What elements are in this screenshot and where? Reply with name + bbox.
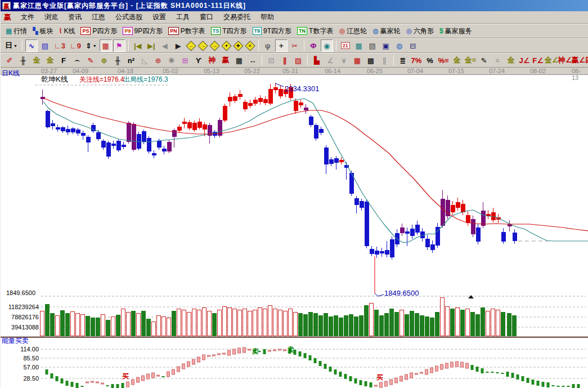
menu-item-9[interactable]: 帮助 bbox=[255, 11, 279, 23]
candle-style-combo[interactable]: ⇕▼ bbox=[84, 39, 98, 52]
nav-first-button[interactable]: |◀ bbox=[132, 39, 144, 52]
chart-area[interactable]: 03-2704-0904-1805-0205-1305-2205-3106-14… bbox=[1, 68, 588, 388]
f-grid-tool[interactable]: F bbox=[57, 54, 70, 66]
9t-square-button[interactable]: T99T四方形 bbox=[250, 25, 295, 37]
ying-angle-tool[interactable]: 赢∠ bbox=[572, 54, 585, 66]
dark-grid-tool[interactable]: ▩ bbox=[365, 54, 377, 66]
gold-angle-tool[interactable]: 金 bbox=[505, 54, 517, 66]
f-angle-tool[interactable]: F∠ bbox=[532, 54, 544, 66]
menu-item-2[interactable]: 资讯 bbox=[63, 11, 87, 23]
menu-item-1[interactable]: 浏览 bbox=[39, 11, 63, 23]
calendar-button[interactable]: 21 bbox=[339, 39, 352, 52]
9p-square-button[interactable]: P99P四方形 bbox=[120, 25, 165, 37]
gann-wheel-button[interactable]: ◎江恩轮 bbox=[336, 25, 369, 37]
menu-item-7[interactable]: 窗口 bbox=[195, 11, 218, 23]
gold-grid-tool[interactable]: 金 bbox=[30, 54, 43, 66]
menu-item-6[interactable]: 工具 bbox=[171, 11, 195, 23]
wave-tool[interactable]: ≈ bbox=[491, 54, 504, 66]
save-button[interactable]: ▣ bbox=[380, 39, 392, 52]
info-panel-button[interactable]: ▤ bbox=[39, 39, 51, 52]
ying-tool[interactable]: 赢 bbox=[219, 54, 232, 66]
notepad-button[interactable]: ▤ bbox=[366, 39, 379, 52]
zigzag-tool[interactable]: ∨ bbox=[338, 54, 350, 66]
sectors-button[interactable]: ▚板块 bbox=[30, 25, 56, 37]
percent-lines-tool[interactable]: %≡ bbox=[437, 54, 450, 66]
hexagon-button[interactable]: ◎六角形 bbox=[403, 25, 436, 37]
kuang-button[interactable]: ▦ bbox=[100, 39, 112, 52]
grid9-button[interactable]: ∟9 bbox=[68, 39, 83, 52]
menu-item-4[interactable]: 公式选股 bbox=[110, 11, 147, 23]
target-cross-tool[interactable]: ⊕ bbox=[152, 54, 164, 66]
box-tool[interactable]: ⊡ bbox=[265, 54, 277, 66]
diamond-all-button[interactable]: ✳ bbox=[245, 41, 255, 51]
corner-fan-tool[interactable]: ▙ bbox=[311, 54, 323, 66]
title-bar[interactable]: 赢 赢家江恩专业版[赢家内部服务平台] - [上证指数 SH1A0001-111… bbox=[1, 0, 588, 11]
red-grid-tool[interactable]: ▦ bbox=[351, 54, 363, 66]
main-pattern-button[interactable]: ∿ bbox=[25, 39, 38, 52]
bow-grid-tool[interactable]: ⌢ bbox=[71, 54, 83, 66]
span-arrow-tool[interactable]: ↔ bbox=[246, 54, 259, 66]
si-angle-tool[interactable]: 四∠ bbox=[586, 54, 588, 66]
gold-fan-tool[interactable]: 金∠ bbox=[545, 54, 558, 66]
candle-body bbox=[365, 202, 369, 246]
angle-line-tool[interactable]: ∠ bbox=[324, 54, 336, 66]
pen2-tool[interactable]: ✎ bbox=[84, 54, 97, 66]
flag-button[interactable]: ⚑ bbox=[113, 39, 125, 52]
n2-grid-tool[interactable]: n² bbox=[125, 54, 137, 66]
gold-circle-tool[interactable]: 金 bbox=[451, 54, 463, 66]
hand-tool-button[interactable]: ψ bbox=[262, 39, 274, 52]
percent7-tool[interactable]: 7% bbox=[410, 54, 423, 66]
nav-prev-button[interactable]: ◀ bbox=[159, 39, 171, 52]
menu-item-5[interactable]: 设置 bbox=[147, 11, 171, 23]
diamond-right-button[interactable]: → bbox=[198, 41, 208, 51]
diamond-cross-button[interactable]: ✚ bbox=[233, 41, 244, 51]
web-grid-tool[interactable]: ⊞ bbox=[179, 54, 191, 66]
winner-service-button[interactable]: $赢家服务 bbox=[437, 25, 475, 37]
pen-tool[interactable]: ✐ bbox=[3, 54, 16, 66]
period-day-combo[interactable]: 日▼ bbox=[3, 39, 19, 52]
purple-tool-button[interactable]: Ф bbox=[307, 39, 320, 52]
gann-circle-tool[interactable]: ⊕ bbox=[98, 54, 110, 66]
hatch-tool[interactable]: ╫ bbox=[17, 54, 29, 66]
nav-last-button[interactable]: ▶| bbox=[145, 39, 158, 52]
kline-button[interactable]: ⌇K线 bbox=[56, 25, 78, 37]
fan-lines-tool[interactable]: ∥ bbox=[279, 54, 291, 66]
parallel-tool[interactable]: ∥ bbox=[378, 54, 390, 66]
t-square-button[interactable]: TST四方形 bbox=[208, 25, 250, 37]
t-table-button[interactable]: TNT数字表 bbox=[294, 25, 336, 37]
shen-tool[interactable]: 神 bbox=[206, 54, 218, 66]
winner-wheel-button[interactable]: ◍赢家轮 bbox=[370, 25, 403, 37]
calculator-button[interactable]: ▦ bbox=[353, 39, 365, 52]
print-button[interactable]: ⊟ bbox=[407, 39, 419, 52]
candle-body bbox=[476, 228, 481, 242]
percent-tool[interactable]: % bbox=[424, 54, 436, 66]
menu-item-3[interactable]: 江恩 bbox=[87, 11, 110, 23]
diamond-left-button[interactable]: ← bbox=[186, 41, 196, 51]
p-table-button[interactable]: PNP数字表 bbox=[165, 25, 208, 37]
gold-grid2-tool[interactable]: 金 bbox=[44, 54, 56, 66]
angle-ruler-tool[interactable]: ◺ bbox=[138, 54, 151, 66]
nav-next-button[interactable]: ▶ bbox=[172, 39, 185, 52]
p-square-button[interactable]: PSP四方形 bbox=[78, 25, 120, 37]
diamond-horizontal-button[interactable]: ↔ bbox=[209, 41, 220, 51]
gold-lines-tool[interactable]: 金≡ bbox=[464, 54, 477, 66]
menu-item-8[interactable]: 交易委托 bbox=[218, 11, 255, 23]
crosshair-tool-button[interactable]: ＋ bbox=[275, 39, 288, 52]
menu-item-0[interactable]: 文件 bbox=[16, 11, 39, 23]
wave-mark-tool[interactable]: ϒ bbox=[192, 54, 205, 66]
spider-web-tool[interactable]: ❋ bbox=[165, 54, 178, 66]
mark-pen-tool[interactable]: ✎ bbox=[478, 54, 490, 66]
levels-tool[interactable]: ≣ bbox=[397, 54, 409, 66]
shen-angle-tool[interactable]: 神∠ bbox=[559, 54, 571, 66]
grid3-button[interactable]: ∟3 bbox=[52, 39, 67, 52]
smart-brain-button[interactable]: ◉ bbox=[321, 39, 333, 52]
j-angle-tool[interactable]: J∠ bbox=[518, 54, 531, 66]
web-button[interactable]: ◍ bbox=[393, 39, 406, 52]
hatch2-tool[interactable]: ╫ bbox=[111, 54, 124, 66]
kline-chart-canvas[interactable] bbox=[1, 68, 588, 388]
diamond-star-button[interactable]: ✦ bbox=[221, 41, 232, 51]
dense-grid-tool[interactable]: ▦ bbox=[233, 54, 245, 66]
gann-box-tool[interactable]: ▨ bbox=[292, 54, 304, 66]
cut-tool-button[interactable]: ✂ bbox=[289, 39, 301, 52]
quotes-button[interactable]: ▦行情 bbox=[3, 25, 30, 37]
